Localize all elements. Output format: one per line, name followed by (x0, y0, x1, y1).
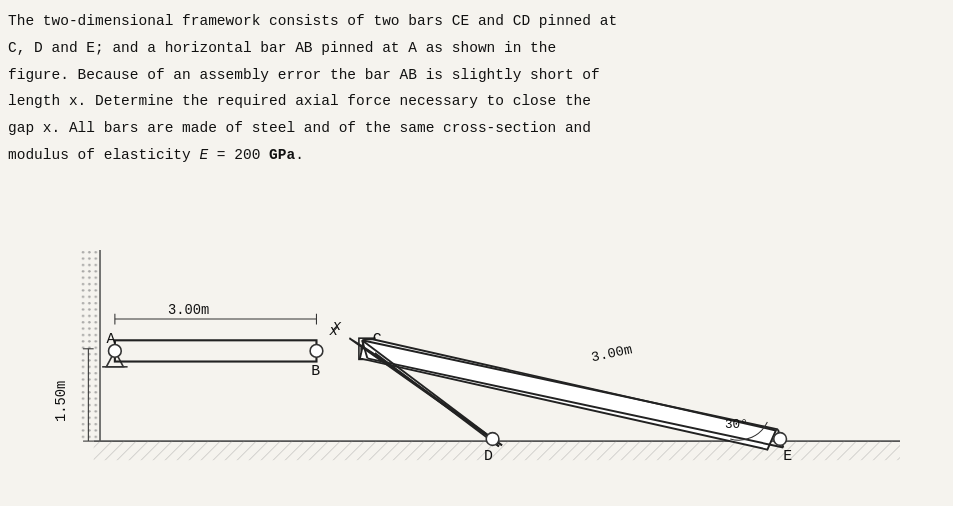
svg-line-15 (362, 340, 778, 429)
label-b: B (311, 363, 320, 379)
label-e: E (783, 448, 792, 464)
svg-point-22 (486, 433, 499, 446)
text-line-1: The two-dimensional framework consists o… (8, 8, 945, 35)
svg-line-16 (367, 358, 783, 447)
text-line-6: modulus of elasticity E = 200 GPa. (8, 142, 945, 169)
svg-rect-8 (115, 340, 317, 361)
gap-x-label: x (331, 318, 341, 334)
svg-rect-4 (81, 250, 100, 441)
angle-label: 30° (725, 417, 748, 432)
problem-text: The two-dimensional framework consists o… (8, 8, 945, 169)
label-a: A (106, 331, 115, 347)
text-line-4: length x. Determine the required axial f… (8, 88, 945, 115)
svg-point-10 (310, 345, 323, 358)
dim-vertical: 1.50m (54, 381, 69, 422)
dim-diagonal: 3.00m (590, 342, 634, 365)
text-line-5: gap x. All bars are made of steel and of… (8, 115, 945, 142)
label-d: D (484, 448, 493, 464)
diagram-area: A B x (30, 185, 900, 485)
text-line-3: figure. Because of an assembly error the… (8, 62, 945, 89)
svg-point-23 (774, 433, 787, 446)
text-line-2: C, D and E; and a horizontal bar AB pinn… (8, 35, 945, 62)
dim-horizontal: 3.00m (168, 303, 209, 318)
